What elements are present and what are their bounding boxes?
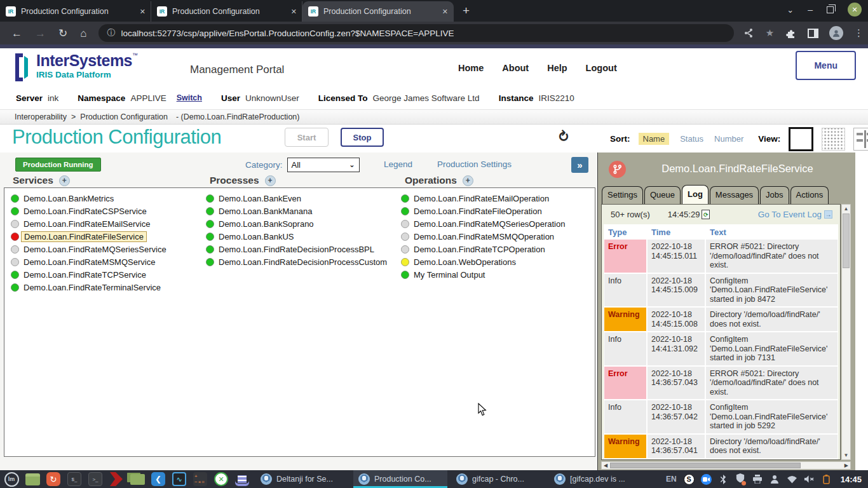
printer-icon[interactable]: [752, 474, 763, 485]
forward-icon[interactable]: →: [35, 28, 46, 39]
zoom-icon[interactable]: [701, 474, 712, 485]
nav-link-about[interactable]: About: [502, 63, 529, 73]
config-item[interactable]: Demo.Loan.FindRateTCPService: [10, 268, 200, 281]
browser-tab[interactable]: IRProduction Configuration✕: [302, 1, 454, 22]
bookmark-star-icon[interactable]: ★: [764, 27, 776, 39]
scroll-left-icon[interactable]: ◀: [604, 462, 607, 470]
language-indicator[interactable]: EN: [666, 475, 677, 484]
taskbar-window-button[interactable]: [gifcap.dev is ...: [549, 470, 643, 488]
tab-messages[interactable]: Messages: [710, 186, 759, 204]
minimize-icon[interactable]: –: [808, 4, 813, 15]
log-row[interactable]: Error2022-10-18 14:45:15.011ERROR #5021:…: [604, 240, 837, 273]
skype-icon[interactable]: S: [684, 474, 695, 485]
browser-menu-icon[interactable]: ⋮: [853, 27, 865, 39]
log-row[interactable]: Info2022-10-18 14:45:15.009ConfigItem 'D…: [604, 274, 837, 307]
scroll-right-icon[interactable]: ▶: [844, 462, 848, 470]
shield-icon[interactable]: [735, 474, 746, 485]
sort-option-number[interactable]: Number: [714, 134, 743, 144]
add-operation-icon[interactable]: +: [463, 175, 473, 186]
production-settings-link[interactable]: Production Settings: [437, 159, 512, 169]
taskbar-window-button[interactable]: gifcap - Chro...: [451, 470, 545, 488]
horizontal-scrollbar[interactable]: ◀ ▶: [601, 461, 851, 470]
share-icon[interactable]: [743, 27, 754, 39]
system-monitor-icon[interactable]: ∿: [172, 471, 187, 487]
scroll-up-icon[interactable]: ▲: [842, 206, 850, 212]
log-row[interactable]: Info2022-10-18 14:36:57.042ConfigItem 'D…: [604, 400, 837, 433]
new-tab-icon[interactable]: +: [463, 4, 470, 18]
tab-jobs[interactable]: Jobs: [760, 186, 789, 204]
extensions-puzzle-icon[interactable]: [786, 27, 797, 39]
menu-button[interactable]: Menu: [796, 51, 856, 80]
tab-log[interactable]: Log: [682, 185, 709, 204]
go-to-event-log-link[interactable]: Go To Event Log →: [758, 210, 832, 219]
breadcrumb-root[interactable]: Interoperability: [15, 112, 67, 121]
log-row[interactable]: Warning2022-10-18 14:36:57.041Directory …: [604, 435, 837, 458]
config-item[interactable]: Demo.Loan.FindRateFileService: [10, 230, 200, 243]
address-bar[interactable]: ⓘ localhost:52773/csp/applive/EnsPortal.…: [98, 24, 734, 42]
battery-icon[interactable]: [821, 474, 832, 485]
file-manager-icon[interactable]: [25, 471, 40, 487]
site-info-icon[interactable]: ⓘ: [107, 27, 116, 39]
log-row[interactable]: Error2022-10-18 14:36:57.043ERROR #5021:…: [604, 367, 837, 400]
purple-notes-icon[interactable]: [234, 471, 250, 487]
taskbar-window-button[interactable]: Production Co...: [353, 470, 447, 488]
log-row[interactable]: Warning2022-10-18 14:45:15.008Directory …: [604, 308, 837, 331]
wifi-icon[interactable]: [787, 474, 797, 485]
expand-panel-button[interactable]: »: [571, 157, 588, 173]
tab-close-icon[interactable]: ✕: [140, 8, 146, 16]
start-button[interactable]: Start: [285, 128, 329, 147]
config-item[interactable]: Demo.Loan.BankMetrics: [10, 192, 200, 205]
taskbar-window-button[interactable]: Deltanji for Se...: [255, 470, 349, 488]
vscode-icon[interactable]: ❮: [151, 471, 166, 487]
reload-icon[interactable]: ↻: [58, 28, 67, 39]
namespace-switch-link[interactable]: Switch: [177, 93, 202, 102]
config-item[interactable]: Demo.Loan.FindRateEMailOperation: [400, 192, 593, 205]
log-row[interactable]: Info2022-10-18 14:41:31.092ConfigItem 'D…: [604, 332, 837, 365]
vertical-scroll-thumb[interactable]: [843, 214, 850, 268]
horizontal-scroll-thumb[interactable]: [610, 463, 801, 468]
log-col-time[interactable]: Time: [648, 227, 705, 237]
nav-link-help[interactable]: Help: [547, 63, 567, 73]
close-window-icon[interactable]: ✕: [848, 3, 862, 17]
user-icon[interactable]: [770, 474, 780, 485]
config-item[interactable]: Demo.Loan.FindRateDecisionProcessCustom: [205, 255, 395, 268]
stop-button[interactable]: Stop: [341, 128, 384, 147]
log-row[interactable]: Error2022-10-18ERROR #5021: Directory: [604, 459, 837, 461]
config-item[interactable]: Demo.Loan.BankUS: [205, 230, 395, 243]
mint-menu-icon[interactable]: lm: [4, 471, 19, 487]
orange-app-icon[interactable]: ↻: [46, 471, 61, 487]
category-select[interactable]: All ⌄: [287, 158, 360, 172]
restore-icon[interactable]: [827, 6, 834, 13]
config-item[interactable]: Demo.Loan.FindRateMSMQOperation: [400, 230, 593, 243]
config-item[interactable]: Demo.Loan.FindRateMSMQService: [10, 255, 200, 268]
config-item[interactable]: Demo.Loan.BankSoprano: [205, 217, 395, 230]
grid-view-button[interactable]: [822, 128, 845, 151]
browser-tab[interactable]: IRProduction Configuration✕: [0, 1, 151, 22]
config-item[interactable]: Demo.Loan.FindRateDecisionProcessBPL: [205, 243, 395, 255]
tab-settings[interactable]: Settings: [602, 186, 643, 204]
config-item[interactable]: Demo.Loan.FindRateFileOperation: [400, 205, 593, 217]
config-item[interactable]: Demo.Loan.WebOperations: [400, 255, 593, 268]
config-item[interactable]: Demo.Loan.FindRateEMailService: [10, 217, 200, 230]
config-item[interactable]: Demo.Loan.FindRateTCPOperation: [400, 243, 593, 255]
vertical-scrollbar[interactable]: ▲ ▼: [841, 204, 851, 460]
side-panel-icon[interactable]: [808, 27, 819, 39]
config-item[interactable]: Demo.Loan.BankManana: [205, 205, 395, 217]
red-app-icon[interactable]: [109, 471, 124, 487]
tab-actions[interactable]: Actions: [790, 186, 829, 204]
tab-search-chevron-icon[interactable]: ⌄: [787, 5, 794, 15]
sort-option-name[interactable]: Name: [639, 133, 670, 145]
calculator-icon[interactable]: +−×=: [193, 471, 208, 487]
config-item[interactable]: Demo.Loan.FindRateCSPService: [10, 205, 200, 217]
log-refresh-icon[interactable]: ⟳: [702, 210, 710, 219]
config-item[interactable]: Demo.Loan.FindRateMQSeriesOperation: [400, 217, 593, 230]
split-view-button[interactable]: [853, 128, 868, 151]
config-item[interactable]: Demo.Loan.FindRateTerminalService: [10, 281, 200, 294]
terminal-dollar-icon[interactable]: $_: [67, 471, 82, 487]
config-item[interactable]: Demo.Loan.FindRateMQSeriesService: [10, 243, 200, 255]
log-col-type[interactable]: Type: [604, 227, 646, 237]
sort-option-status[interactable]: Status: [680, 134, 703, 144]
config-item[interactable]: Demo.Loan.BankEven: [205, 192, 395, 205]
log-col-text[interactable]: Text: [706, 227, 837, 237]
terminal-prompt-icon[interactable]: >_: [88, 471, 103, 487]
